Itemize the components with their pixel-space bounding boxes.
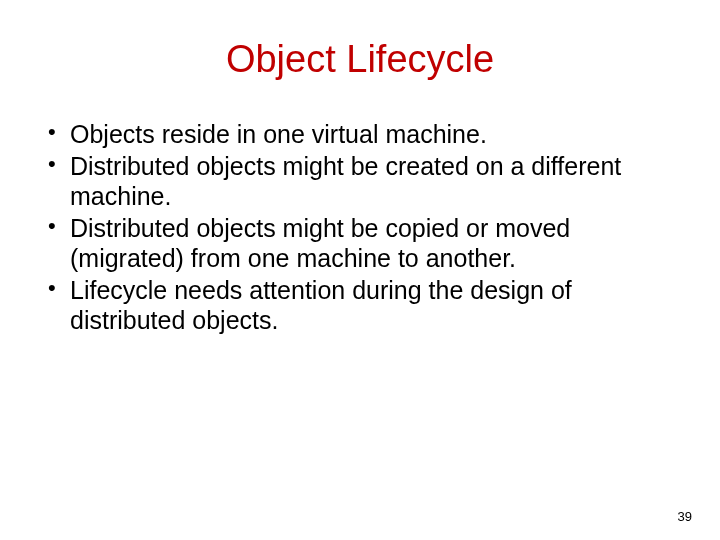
bullet-item: Objects reside in one virtual machine. xyxy=(48,119,690,149)
slide-title: Object Lifecycle xyxy=(30,38,690,81)
bullet-item: Lifecycle needs attention during the des… xyxy=(48,275,690,335)
bullet-item: Distributed objects might be created on … xyxy=(48,151,690,211)
bullet-item: Distributed objects might be copied or m… xyxy=(48,213,690,273)
bullet-list: Objects reside in one virtual machine. D… xyxy=(30,119,690,335)
page-number: 39 xyxy=(678,509,692,524)
slide-container: Object Lifecycle Objects reside in one v… xyxy=(0,0,720,540)
